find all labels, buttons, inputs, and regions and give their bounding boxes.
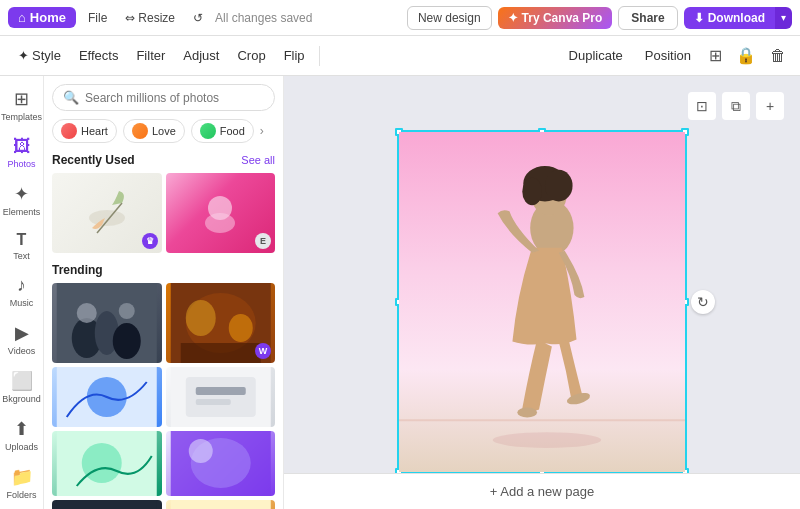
trending-photo-1[interactable] [52,283,162,363]
recent-photo-1-preview [77,183,137,243]
canvas-frame: ↻ [397,130,687,474]
canvas-top-bar: ⊡ ⧉ + [300,92,784,120]
add-page-label: + Add a new page [490,484,594,499]
svg-point-39 [517,408,537,418]
trending-section: Trending [52,263,275,509]
add-page-bar[interactable]: + Add a new page [284,473,800,509]
canva-star-icon: ✦ [508,11,518,25]
svg-rect-19 [195,387,245,395]
sidebar-item-music[interactable]: ♪ Music [2,269,42,314]
sidebar-item-text[interactable]: T Text [2,225,42,267]
folders-icon: 📁 [11,466,33,488]
trending-photo-4[interactable] [166,367,276,427]
see-all-button[interactable]: See all [241,154,275,166]
effects-button[interactable]: Effects [71,44,127,67]
svg-rect-31 [170,500,270,509]
w-badge: W [255,343,271,359]
sidebar-item-videos[interactable]: ▶ Videos [2,316,42,362]
trending-photo-3[interactable] [52,367,162,427]
new-design-button[interactable]: New design [407,6,492,30]
svg-point-22 [82,443,122,483]
rotate-handle[interactable]: ↻ [691,290,715,314]
text-icon: T [17,231,27,249]
download-button[interactable]: ⬇ Download [684,7,775,29]
undo-icon: ↺ [193,11,203,25]
chip-next-arrow[interactable]: › [260,124,264,138]
toolbar-right: Duplicate Position ⊞ 🔒 🗑 [561,42,790,69]
recently-used-header: Recently Used See all [52,153,275,167]
canvas-resize-icon[interactable]: ⊡ [688,92,716,120]
search-icon: 🔍 [63,90,79,105]
recent-photo-2[interactable]: E [166,173,276,253]
category-chips: Heart Love Food › [52,119,275,143]
chip-love[interactable]: Love [123,119,185,143]
canvas-add-icon[interactable]: + [756,92,784,120]
grid-icon-button[interactable]: ⊞ [705,42,726,69]
trending-photo-7[interactable] [52,500,162,509]
search-bar[interactable]: 🔍 [52,84,275,111]
file-button[interactable]: File [82,8,113,28]
trending-photo-6[interactable] [166,431,276,496]
svg-rect-18 [185,377,255,417]
trending-title: Trending [52,263,275,277]
position-button[interactable]: Position [637,44,699,67]
style-button[interactable]: ✦ Style [10,44,69,67]
home-button[interactable]: ⌂ Home [8,7,76,28]
sidebar-item-uploads[interactable]: ⬆ Uploads [2,412,42,458]
svg-point-0 [89,210,125,226]
filter-button[interactable]: Filter [128,44,173,67]
saved-status: All changes saved [215,11,401,25]
svg-point-8 [77,303,97,323]
sidebar-item-elements[interactable]: ✦ Elements [2,177,42,223]
chip-heart-icon [61,123,77,139]
search-input[interactable] [85,91,264,105]
sidebar-item-templates[interactable]: ⊞ Templates [2,82,42,128]
uploads-icon: ⬆ [14,418,29,440]
trending-photo-5[interactable] [52,431,162,496]
svg-point-3 [205,213,235,233]
try-canva-pro-button[interactable]: ✦ Try Canva Pro [498,7,613,29]
crop-button[interactable]: Crop [229,44,273,67]
photos-icon: 🖼 [13,136,31,157]
chip-food[interactable]: Food [191,119,254,143]
sidebar-item-background[interactable]: ⬜ Bkground [2,364,42,410]
sidebar-item-photos[interactable]: 🖼 Photos [2,130,42,175]
person-figure [399,132,685,472]
canvas-copy-icon[interactable]: ⧉ [722,92,750,120]
recent-photo-2-preview [195,188,245,238]
lock-icon-button[interactable]: 🔒 [732,42,760,69]
download-icon: ⬇ [694,11,704,25]
music-icon: ♪ [17,275,26,296]
svg-point-41 [493,432,601,448]
trending-photo-8[interactable] [166,500,276,509]
videos-icon: ▶ [15,322,29,344]
download-caret-button[interactable]: ▾ [775,7,792,29]
background-icon: ⬜ [11,370,33,392]
recently-used-grid: ♛ E [52,173,275,253]
svg-rect-26 [57,500,157,509]
top-navigation: ⌂ Home File ⇔ Resize ↺ All changes saved… [0,0,800,36]
canvas-image[interactable] [399,132,685,472]
adjust-button[interactable]: Adjust [175,44,227,67]
undo-button[interactable]: ↺ [187,8,209,28]
e-badge: E [255,233,271,249]
trending-grid: W [52,283,275,509]
home-icon: ⌂ [18,10,26,25]
share-button[interactable]: Share [618,6,677,30]
duplicate-button[interactable]: Duplicate [561,44,631,67]
sidebar-item-folders[interactable]: 📁 Folders [2,460,42,506]
elements-icon: ✦ [14,183,29,205]
delete-icon-button[interactable]: 🗑 [766,43,790,69]
sidebar-icons: ⊞ Templates 🖼 Photos ✦ Elements T Text ♪… [0,76,44,509]
editor-toolbar: ✦ Style Effects Filter Adjust Crop Flip … [0,36,800,76]
nav-right-actions: New design ✦ Try Canva Pro Share ⬇ Downl… [407,6,792,30]
chip-heart[interactable]: Heart [52,119,117,143]
recent-photo-1[interactable]: ♛ [52,173,162,253]
resize-icon: ⇔ [125,11,135,25]
resize-button[interactable]: ⇔ Resize [119,8,181,28]
trending-photo-2[interactable]: W [166,283,276,363]
svg-point-38 [522,178,542,206]
flip-button[interactable]: Flip [276,44,313,67]
svg-point-25 [188,439,212,463]
style-icon: ✦ [18,48,29,63]
